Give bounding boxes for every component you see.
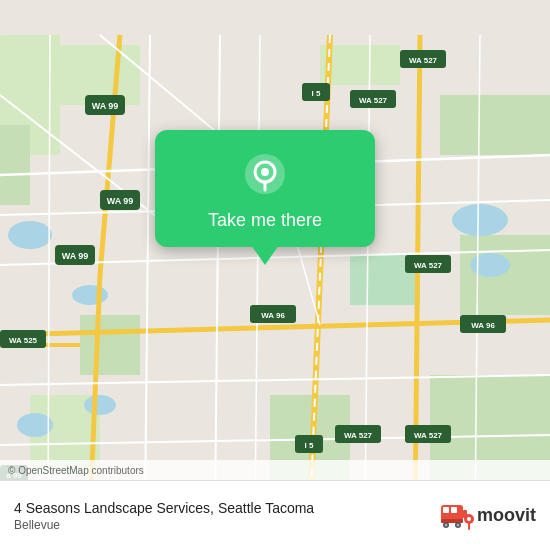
location-subtitle: Bellevue (14, 518, 314, 532)
svg-rect-6 (460, 235, 550, 315)
location-title: 4 Seasons Landscape Services, Seattle Ta… (14, 499, 314, 517)
moovit-bus-icon (437, 497, 475, 535)
svg-point-15 (470, 253, 510, 277)
svg-text:WA 527: WA 527 (414, 431, 443, 440)
take-me-there-button[interactable]: Take me there (208, 210, 322, 231)
svg-text:WA 525: WA 525 (9, 336, 38, 345)
moovit-logo: moovit (437, 497, 536, 535)
svg-text:WA 96: WA 96 (261, 311, 285, 320)
svg-point-12 (8, 221, 52, 249)
svg-text:WA 99: WA 99 (62, 251, 89, 261)
copyright-bar: © OpenStreetMap contributors (0, 460, 550, 480)
svg-point-13 (72, 285, 108, 305)
info-bar: 4 Seasons Landscape Services, Seattle Ta… (0, 480, 550, 550)
svg-rect-2 (0, 125, 30, 205)
svg-point-78 (444, 523, 447, 526)
svg-text:WA 96: WA 96 (471, 321, 495, 330)
moovit-text: moovit (477, 505, 536, 526)
svg-point-80 (456, 523, 459, 526)
svg-text:WA 527: WA 527 (414, 261, 443, 270)
svg-point-72 (261, 168, 269, 176)
svg-rect-8 (80, 315, 140, 375)
svg-text:WA 527: WA 527 (409, 56, 438, 65)
svg-point-14 (452, 204, 508, 236)
svg-text:WA 527: WA 527 (359, 96, 388, 105)
svg-text:WA 99: WA 99 (92, 101, 119, 111)
popup-card[interactable]: Take me there (155, 130, 375, 247)
map-container: WA 99 WA 99 WA 99 I 5 I 5 I 5 WA 527 WA … (0, 0, 550, 550)
svg-text:WA 527: WA 527 (344, 431, 373, 440)
svg-text:I 5: I 5 (305, 441, 314, 450)
svg-point-16 (84, 395, 116, 415)
svg-text:I 5: I 5 (312, 89, 321, 98)
location-info: 4 Seasons Landscape Services, Seattle Ta… (14, 499, 314, 531)
svg-rect-5 (440, 95, 550, 155)
location-pin-icon (239, 148, 291, 200)
svg-rect-76 (441, 519, 463, 523)
svg-point-83 (467, 517, 471, 521)
attribution-text: © OpenStreetMap contributors (8, 465, 144, 476)
svg-rect-75 (451, 507, 457, 513)
svg-rect-74 (443, 507, 449, 513)
svg-text:WA 99: WA 99 (107, 196, 134, 206)
